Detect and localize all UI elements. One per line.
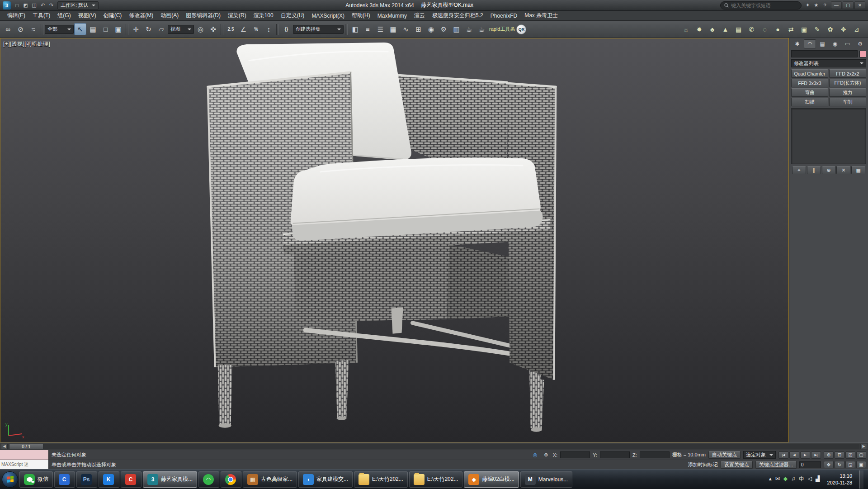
- new-scene-icon[interactable]: □: [13, 1, 21, 9]
- modifier-button[interactable]: Quad Chamfer: [791, 69, 828, 78]
- time-slider-track[interactable]: 0 / 1: [9, 444, 859, 449]
- redo-icon[interactable]: ↷: [47, 1, 55, 9]
- mirror-icon[interactable]: ◧: [349, 23, 361, 35]
- select-manipulate-icon[interactable]: ✜: [207, 23, 219, 35]
- taskbar-clock[interactable]: 13:10 2020-11-28: [824, 473, 856, 486]
- help-icon[interactable]: ?: [821, 1, 829, 9]
- selection-filter-dropdown[interactable]: 全部: [45, 25, 74, 34]
- taskbar-photoshop[interactable]: Ps: [76, 471, 97, 488]
- taskbar-app-c-red[interactable]: C: [121, 471, 142, 488]
- selected-objects-dropdown[interactable]: 选定对象: [743, 451, 776, 459]
- go-to-end-icon[interactable]: ▶|: [811, 451, 821, 459]
- menu-item[interactable]: PhoenixFD: [487, 12, 521, 20]
- taskbar-window-chat[interactable]: ◖ 家具建模交...: [298, 471, 353, 488]
- tray-expand-icon[interactable]: ▴: [769, 475, 772, 483]
- unlink-selection-icon[interactable]: ⊘: [14, 23, 27, 35]
- current-frame-field[interactable]: [799, 461, 821, 468]
- auto-key-button[interactable]: 自动关键点: [708, 451, 741, 459]
- menu-item[interactable]: 极速瘦身安全归档5.2: [429, 11, 487, 20]
- add-time-tag[interactable]: 添加时间标记: [688, 461, 718, 468]
- ring-icon[interactable]: ◌: [759, 23, 771, 35]
- select-and-link-icon[interactable]: ∞: [2, 23, 14, 35]
- rectangular-selection-icon[interactable]: □: [99, 23, 112, 35]
- remove-modifier-icon[interactable]: ✕: [836, 166, 850, 174]
- select-by-name-icon[interactable]: ▤: [87, 23, 99, 35]
- maxscript-mini-listener[interactable]: MAXScript 迷: [0, 460, 49, 469]
- daylight-icon[interactable]: ✸: [693, 23, 705, 35]
- menu-item[interactable]: 渲染100: [250, 11, 277, 20]
- angle-snap-icon[interactable]: ∠: [237, 23, 250, 35]
- render-setup-icon[interactable]: ⚙: [438, 23, 450, 35]
- taskbar-window-folder-2[interactable]: E:\天竹202...: [409, 471, 463, 488]
- field-of-view-icon[interactable]: ▣: [856, 461, 866, 468]
- taskbar-3dsmax-window[interactable]: 3 藤艺家具模...: [143, 471, 197, 488]
- render-iterative-icon[interactable]: ☕: [476, 23, 488, 35]
- sign-in-icon[interactable]: ✦: [804, 1, 811, 9]
- zoom-all-icon[interactable]: ⊡: [835, 451, 844, 459]
- tray-music-icon[interactable]: ♫: [791, 475, 795, 483]
- taskbar-marvelous[interactable]: M Marvelous...: [520, 471, 572, 488]
- y-coordinate-field[interactable]: [600, 451, 630, 458]
- configure-modifier-sets-icon[interactable]: ▦: [851, 166, 865, 174]
- box-icon[interactable]: ▣: [798, 23, 810, 35]
- menu-item[interactable]: 工具(T): [29, 11, 54, 20]
- modifier-stack-list[interactable]: [791, 108, 866, 164]
- bind-to-space-warp-icon[interactable]: ≈: [27, 23, 39, 35]
- light-icon[interactable]: ☼: [680, 23, 692, 35]
- menu-item[interactable]: Max 杀毒卫士: [521, 11, 561, 20]
- macro-recorder-pane[interactable]: [0, 450, 49, 460]
- x-coordinate-field[interactable]: [560, 451, 590, 458]
- qr-badge[interactable]: QR: [516, 24, 526, 34]
- percent-snap-icon[interactable]: %: [250, 23, 262, 35]
- open-file-icon[interactable]: ◩: [22, 1, 29, 9]
- menu-item[interactable]: 编辑(E): [4, 11, 29, 20]
- tray-network-icon[interactable]: ▟: [816, 475, 820, 483]
- z-coordinate-field[interactable]: [640, 451, 670, 458]
- taskbar-window-gallery[interactable]: ▦ 古色高级家...: [243, 471, 297, 488]
- sheet-icon[interactable]: ▤: [732, 23, 745, 35]
- move-tool-icon[interactable]: ✥: [837, 23, 849, 35]
- transfer-icon[interactable]: ⇄: [785, 23, 797, 35]
- menu-item[interactable]: 帮助(H): [348, 11, 374, 20]
- taskbar-360-browser[interactable]: ◠: [198, 471, 219, 488]
- make-unique-icon[interactable]: ⊕: [822, 166, 836, 174]
- tree-icon[interactable]: ♣: [706, 23, 718, 35]
- object-name-field[interactable]: [791, 50, 858, 57]
- flower-icon[interactable]: ✿: [824, 23, 836, 35]
- rendered-frame-icon[interactable]: ▥: [450, 23, 462, 35]
- next-frame-arrow[interactable]: ▶: [860, 444, 867, 449]
- play-icon[interactable]: ▶: [800, 451, 810, 459]
- tab-create[interactable]: ✱: [791, 39, 803, 48]
- workspace-selector[interactable]: 工作区: 默认: [57, 1, 99, 9]
- edit-named-selections-icon[interactable]: {}: [280, 23, 292, 35]
- start-button[interactable]: [2, 471, 18, 488]
- go-to-start-icon[interactable]: |◀: [778, 451, 788, 459]
- curve-editor-icon[interactable]: ∿: [400, 23, 412, 35]
- menu-item[interactable]: 视图(V): [75, 11, 100, 20]
- menu-item[interactable]: 组(G): [54, 11, 74, 20]
- tray-ime-icon[interactable]: 中: [799, 475, 804, 483]
- object-color-swatch[interactable]: [859, 51, 866, 57]
- set-key-button[interactable]: 设置关键点: [721, 461, 753, 469]
- menu-item[interactable]: 修改器(M): [125, 11, 157, 20]
- menu-item[interactable]: MAXScript(X): [308, 12, 348, 20]
- zoom-region-icon[interactable]: ▢: [856, 451, 866, 459]
- app-logo-icon[interactable]: 3: [3, 1, 11, 9]
- modifier-list-dropdown[interactable]: 修改器列表: [791, 59, 866, 67]
- previous-frame-icon[interactable]: ◀: [789, 451, 799, 459]
- tray-message-icon[interactable]: ✉: [775, 475, 780, 483]
- modifier-button[interactable]: 弯曲: [791, 88, 828, 97]
- show-desktop-button[interactable]: [859, 470, 863, 489]
- tab-hierarchy[interactable]: ▤: [816, 39, 829, 48]
- material-editor-icon[interactable]: ◉: [425, 23, 437, 35]
- menu-item[interactable]: 渲云: [410, 11, 429, 20]
- orbit-icon[interactable]: ↻: [835, 461, 844, 468]
- layer-manager-icon[interactable]: ☰: [374, 23, 387, 35]
- menu-item[interactable]: MaxMummy: [374, 12, 410, 20]
- mountain-icon[interactable]: ▲: [719, 23, 731, 35]
- search-input[interactable]: [731, 3, 797, 8]
- select-move-icon[interactable]: ✛: [130, 23, 142, 35]
- modifier-button[interactable]: FFD 2x2x2: [829, 69, 866, 78]
- modifier-button[interactable]: 车削: [829, 98, 866, 106]
- tab-display[interactable]: ▭: [841, 39, 854, 48]
